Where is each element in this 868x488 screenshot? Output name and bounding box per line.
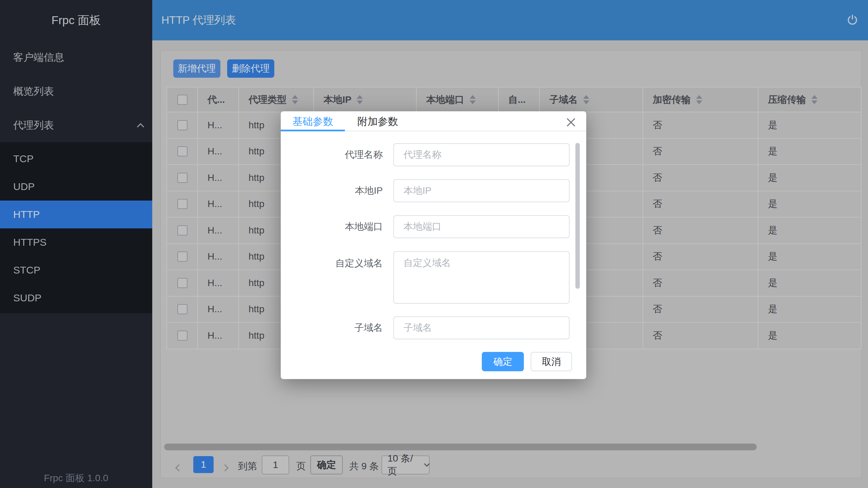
row-select-cell bbox=[167, 270, 198, 296]
field-input-本地端口[interactable] bbox=[393, 215, 570, 238]
sort-caret-icon[interactable] bbox=[357, 95, 363, 104]
cell-name: H... bbox=[198, 270, 239, 296]
jump-confirm-button[interactable]: 确定 bbox=[310, 455, 343, 474]
tab-extra-params[interactable]: 附加参数 bbox=[345, 111, 411, 131]
dialog-scrollbar[interactable] bbox=[575, 143, 580, 289]
field-input-本地IP[interactable] bbox=[393, 179, 570, 202]
field-label: 本地IP bbox=[281, 179, 383, 202]
column-header-subdomain[interactable]: 子域名 bbox=[540, 88, 643, 112]
sidebar-item-label: 代理列表 bbox=[13, 118, 54, 132]
total-count-label: 共 9 条 bbox=[349, 460, 379, 473]
chevron-left-icon bbox=[175, 464, 182, 471]
form-row: 自定义域名 bbox=[281, 251, 586, 304]
row-checkbox[interactable] bbox=[177, 120, 188, 130]
sidebar-item-label: 客户端信息 bbox=[13, 51, 64, 64]
form-row: 代理名称 bbox=[281, 143, 586, 166]
column-label: 本地端口 bbox=[426, 93, 464, 106]
field-input-子域名[interactable] bbox=[393, 316, 570, 339]
dialog-tabs: 基础参数 附加参数 bbox=[281, 111, 586, 131]
next-page-button[interactable] bbox=[222, 462, 228, 473]
active-tab-underline bbox=[281, 130, 345, 131]
column-label: 代理类型 bbox=[249, 93, 287, 106]
row-checkbox[interactable] bbox=[177, 304, 188, 314]
field-input-自定义域名[interactable] bbox=[393, 251, 570, 304]
sort-caret-icon[interactable] bbox=[811, 95, 817, 104]
row-checkbox[interactable] bbox=[177, 251, 188, 262]
row-select-cell bbox=[167, 165, 198, 191]
cancel-button[interactable]: 取消 bbox=[531, 352, 572, 371]
jump-prefix-label: 到第 bbox=[238, 460, 257, 473]
select-all-checkbox[interactable] bbox=[177, 95, 188, 105]
row-select-cell bbox=[167, 139, 198, 165]
horizontal-scrollbar[interactable] bbox=[164, 444, 757, 450]
proxy-dialog: 基础参数 附加参数 代理名称本地IP本地端口自定义域名子域名 确定 取消 bbox=[281, 111, 586, 379]
cell-compress: 是 bbox=[758, 218, 862, 243]
column-header-local_ip[interactable]: 本地IP bbox=[314, 88, 417, 112]
prev-page-button[interactable] bbox=[176, 462, 181, 473]
sort-caret-icon[interactable] bbox=[583, 95, 589, 104]
sidebar-item-stcp[interactable]: STCP bbox=[0, 256, 152, 284]
close-icon[interactable] bbox=[566, 117, 576, 128]
row-checkbox[interactable] bbox=[177, 199, 188, 209]
field-label: 自定义域名 bbox=[281, 251, 383, 304]
cell-name: H... bbox=[198, 244, 239, 270]
sidebar-item-sudp[interactable]: SUDP bbox=[0, 284, 152, 312]
cell-name: H... bbox=[198, 191, 239, 217]
power-icon[interactable] bbox=[846, 14, 859, 26]
form-row: 子域名 bbox=[281, 316, 586, 339]
sidebar-nav: 客户端信息 概览列表 代理列表 TCPUDPHTTPHTTPSSTCPSUDP bbox=[0, 40, 152, 313]
dialog-footer: 确定 取消 bbox=[281, 352, 586, 371]
column-label: 加密传输 bbox=[653, 93, 691, 106]
chevron-up-icon bbox=[137, 123, 144, 130]
column-header-custom_domains: 自... bbox=[499, 88, 540, 112]
sidebar-item-http[interactable]: HTTP bbox=[0, 201, 152, 228]
cell-compress: 是 bbox=[758, 112, 862, 138]
table-header-row: 代...代理类型本地IP本地端口自...子域名加密传输压缩传输 bbox=[167, 88, 861, 112]
sort-caret-icon[interactable] bbox=[696, 95, 702, 104]
sidebar-item-tcp[interactable]: TCP bbox=[0, 145, 152, 173]
field-label: 代理名称 bbox=[281, 143, 383, 166]
sidebar-item-udp[interactable]: UDP bbox=[0, 173, 152, 201]
sidebar-item-proxy-list[interactable]: 代理列表 bbox=[0, 108, 152, 142]
page-size-select[interactable]: 10 条/页 bbox=[381, 455, 430, 474]
cell-encrypt: 否 bbox=[643, 297, 758, 322]
column-header-proxy_type[interactable]: 代理类型 bbox=[239, 88, 314, 112]
column-header-compress[interactable]: 压缩传输 bbox=[758, 88, 862, 112]
tab-basic-params[interactable]: 基础参数 bbox=[281, 111, 345, 131]
column-header-name: 代... bbox=[198, 88, 239, 112]
jump-suffix-label: 页 bbox=[296, 460, 306, 473]
field-input-代理名称[interactable] bbox=[393, 143, 570, 166]
row-checkbox[interactable] bbox=[177, 146, 188, 156]
cell-name: H... bbox=[198, 218, 239, 243]
form-row: 本地IP bbox=[281, 179, 586, 202]
cell-encrypt: 否 bbox=[643, 244, 758, 270]
column-label: 自... bbox=[508, 93, 526, 106]
sort-caret-icon[interactable] bbox=[292, 95, 298, 104]
pagination: 1 到第 页 确定 共 9 条 10 条/页 bbox=[161, 455, 861, 476]
cell-compress: 是 bbox=[758, 297, 862, 322]
add-proxy-button[interactable]: 新增代理 bbox=[173, 59, 220, 78]
chevron-down-icon bbox=[424, 461, 430, 467]
sidebar-item-client-info[interactable]: 客户端信息 bbox=[0, 40, 152, 74]
row-select-cell bbox=[167, 112, 198, 138]
page-jump-input[interactable] bbox=[262, 455, 289, 474]
row-checkbox[interactable] bbox=[177, 173, 188, 183]
row-checkbox[interactable] bbox=[177, 225, 188, 236]
sort-caret-icon[interactable] bbox=[470, 95, 476, 104]
column-label: 子域名 bbox=[549, 93, 578, 106]
sidebar-item-https[interactable]: HTTPS bbox=[0, 228, 152, 256]
page-number-button[interactable]: 1 bbox=[193, 456, 214, 473]
row-checkbox[interactable] bbox=[177, 278, 188, 288]
column-header-encrypt[interactable]: 加密传输 bbox=[643, 88, 758, 112]
row-checkbox[interactable] bbox=[177, 331, 188, 341]
cell-compress: 是 bbox=[758, 191, 862, 217]
sidebar-item-overview[interactable]: 概览列表 bbox=[0, 74, 152, 108]
cell-compress: 是 bbox=[758, 270, 862, 296]
form-row: 本地端口 bbox=[281, 215, 586, 238]
cell-name: H... bbox=[198, 112, 239, 138]
column-header-local_port[interactable]: 本地端口 bbox=[417, 88, 499, 112]
delete-proxy-button[interactable]: 删除代理 bbox=[227, 59, 274, 78]
confirm-button[interactable]: 确定 bbox=[482, 352, 524, 371]
cell-encrypt: 否 bbox=[643, 165, 758, 191]
column-label: 本地IP bbox=[323, 93, 351, 106]
